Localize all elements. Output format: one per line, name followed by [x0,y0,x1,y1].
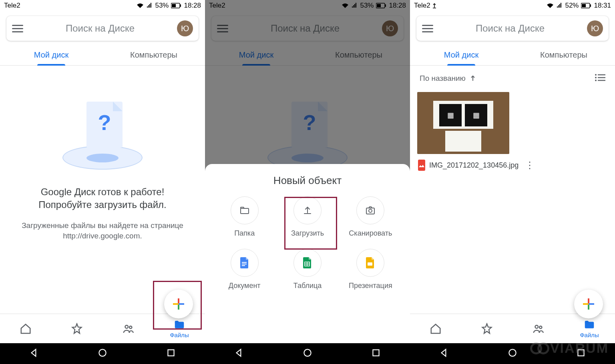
svg-rect-19 [368,262,372,266]
action-scan[interactable]: Сканировать [339,196,402,238]
camera-icon [365,205,376,216]
svg-rect-10 [241,208,249,214]
clock: 18:28 [184,2,201,10]
wifi-icon [547,3,554,8]
status-bar: Tele2 53% 18:28 [0,0,205,11]
action-google-doc[interactable]: Документ [213,249,276,290]
empty-subtitle: Загруженные файлы вы найдете на странице… [0,220,205,242]
svg-point-31 [535,325,539,328]
wifi-icon [137,3,144,8]
svg-point-4 [129,326,132,328]
battery-icon [171,3,181,8]
svg-rect-23 [582,4,586,7]
action-google-sheet[interactable]: Таблица [276,249,339,290]
sheet-title: Новый объект [213,174,402,187]
bottom-app-nav: Файлы [0,314,205,343]
new-object-sheet: Новый объект Папка Загрузить Сканировать… [205,164,410,364]
battery-icon [581,3,591,8]
svg-point-12 [369,209,372,212]
view-toggle-list-icon[interactable] [595,74,605,83]
android-nav-bar [0,343,205,364]
svg-rect-2 [180,4,181,7]
svg-rect-24 [590,4,591,7]
google-docs-icon [239,256,250,269]
android-nav-bar [205,343,410,364]
svg-point-28 [595,74,597,76]
file-more-icon[interactable]: ⋮ [523,160,537,171]
hamburger-menu-icon[interactable] [12,25,23,32]
watermark: VIARUM [530,340,609,356]
svg-rect-14 [242,264,247,264]
plus-icon [583,298,594,310]
file-name: IMG_20171202_130456.jpg [429,161,519,170]
tab-my-drive[interactable]: Мой диск [410,44,512,65]
svg-point-32 [539,326,542,328]
hamburger-menu-icon[interactable] [422,25,433,32]
drive-tabs: Мой диск Компьютеры [0,44,205,66]
screenshot-panel-3: Tele2 52% 18:31 Поиск на Диске Ю Мой дис… [410,0,615,364]
svg-rect-15 [242,265,245,266]
action-google-slides[interactable]: Презентация [339,249,402,290]
empty-state: ? Google Диск готов к работе! Попробуйте… [0,66,205,314]
svg-point-33 [509,349,516,356]
svg-rect-1 [172,4,176,7]
android-recents-button[interactable] [166,348,176,360]
svg-point-30 [595,80,597,81]
empty-illustration: ? [58,102,147,174]
folder-icon [239,205,250,216]
action-folder[interactable]: Папка [213,196,276,238]
google-sheets-icon [302,256,313,269]
google-slides-icon [365,256,376,269]
image-file-icon [418,160,425,171]
nav-home[interactable] [0,323,51,335]
svg-point-5 [99,349,106,356]
avatar[interactable]: Ю [177,20,193,36]
nav-starred[interactable] [461,323,512,335]
tab-my-drive[interactable]: Мой диск [0,44,102,65]
bottom-app-nav: Файлы [410,314,615,343]
status-bar: Tele2 52% 18:31 [410,0,615,11]
nav-home[interactable] [410,323,461,335]
nav-shared[interactable] [512,323,564,335]
svg-point-20 [304,349,311,356]
screenshot-panel-2: Tele2 53% 18:28 Поиск на Диске Ю Мой дис… [205,0,410,364]
file-thumbnail: ▦▦ [417,92,509,154]
fab-new-button[interactable] [574,290,603,318]
carrier-label: Tele2 [4,2,20,10]
arrow-up-icon [470,75,476,82]
screenshot-panel-1: Tele2 53% 18:28 Поиск на Диске Ю Мой дис… [0,0,205,364]
upload-indicator-icon [432,3,437,8]
upload-icon [302,205,313,216]
svg-point-29 [595,77,597,78]
search-placeholder: Поиск на Диске [23,23,177,34]
sort-button[interactable]: По названию [420,74,476,83]
svg-rect-21 [373,350,379,356]
nav-files[interactable]: Файлы [154,319,205,338]
svg-point-3 [125,325,129,328]
fab-new-button[interactable] [164,290,193,318]
plus-icon [173,298,184,310]
signal-icon [556,3,563,8]
search-bar[interactable]: Поиск на Диске Ю [416,16,609,41]
android-home-button[interactable] [302,348,313,360]
nav-starred[interactable] [51,323,102,335]
android-home-button[interactable] [97,348,108,360]
nav-shared[interactable] [102,323,154,335]
tab-computers[interactable]: Компьютеры [512,44,615,65]
signal-icon [146,3,153,8]
svg-rect-13 [242,262,247,263]
nav-files[interactable]: Файлы [564,319,615,338]
battery-percent: 53% [155,2,169,10]
empty-title: Google Диск готов к работе! Попробуйте з… [38,186,167,212]
action-upload[interactable]: Загрузить [276,196,339,238]
avatar[interactable]: Ю [587,20,603,36]
android-back-button[interactable] [29,348,39,360]
android-back-button[interactable] [234,348,244,360]
svg-rect-6 [168,350,174,356]
android-home-button[interactable] [507,348,518,360]
tab-computers[interactable]: Компьютеры [102,44,205,65]
search-bar[interactable]: Поиск на Диске Ю [6,16,199,41]
android-recents-button[interactable] [371,348,381,360]
android-back-button[interactable] [439,348,449,360]
file-card[interactable]: ▦▦ IMG_20171202_130456.jpg ⋮ [417,92,509,171]
